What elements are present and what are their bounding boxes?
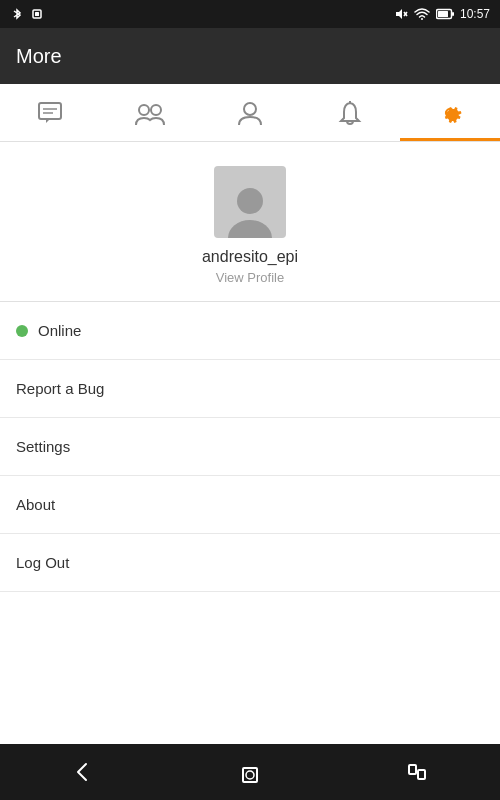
bell-icon bbox=[338, 99, 362, 127]
battery-icon bbox=[436, 8, 454, 20]
recents-icon bbox=[405, 760, 429, 784]
menu-item-report-bug[interactable]: Report a Bug bbox=[0, 360, 500, 418]
back-button[interactable] bbox=[53, 752, 113, 792]
avatar bbox=[214, 166, 286, 238]
bottom-nav bbox=[0, 744, 500, 800]
svg-point-14 bbox=[244, 103, 256, 115]
status-bar-right: 10:57 bbox=[394, 7, 490, 21]
svg-rect-7 bbox=[438, 11, 448, 17]
wifi-icon bbox=[414, 7, 430, 21]
status-bar-left bbox=[10, 7, 44, 21]
tab-groups[interactable] bbox=[100, 84, 200, 141]
groups-icon bbox=[134, 99, 166, 127]
svg-point-5 bbox=[421, 18, 423, 20]
svg-rect-20 bbox=[418, 770, 425, 779]
menu-item-settings[interactable]: Settings bbox=[0, 418, 500, 476]
svg-marker-2 bbox=[396, 9, 402, 19]
svg-point-12 bbox=[139, 105, 149, 115]
menu-label-logout: Log Out bbox=[16, 554, 69, 571]
tab-bar bbox=[0, 84, 500, 142]
svg-rect-9 bbox=[39, 103, 61, 119]
tab-notifications[interactable] bbox=[300, 84, 400, 141]
online-status-dot bbox=[16, 325, 28, 337]
recents-button[interactable] bbox=[387, 752, 447, 792]
profile-section: andresito_epi View Profile bbox=[0, 142, 500, 302]
tab-chat[interactable] bbox=[0, 84, 100, 141]
menu-item-logout[interactable]: Log Out bbox=[0, 534, 500, 592]
chat-icon bbox=[36, 99, 64, 127]
top-bar: More bbox=[0, 28, 500, 84]
svg-point-15 bbox=[237, 188, 263, 214]
menu-item-about[interactable]: About bbox=[0, 476, 500, 534]
status-bar: 10:57 bbox=[0, 0, 500, 28]
menu-label-report-bug: Report a Bug bbox=[16, 380, 104, 397]
svg-point-16 bbox=[228, 220, 272, 238]
tab-contacts[interactable] bbox=[200, 84, 300, 141]
username: andresito_epi bbox=[202, 248, 298, 266]
home-icon bbox=[238, 760, 262, 784]
svg-rect-1 bbox=[35, 12, 39, 16]
view-profile-link[interactable]: View Profile bbox=[216, 270, 284, 285]
home-button[interactable] bbox=[220, 752, 280, 792]
menu-label-about: About bbox=[16, 496, 55, 513]
nfc-icon bbox=[30, 7, 44, 21]
svg-rect-19 bbox=[409, 765, 416, 774]
settings-gear-icon bbox=[436, 99, 464, 127]
tab-settings[interactable] bbox=[400, 84, 500, 141]
menu-label-online: Online bbox=[38, 322, 81, 339]
back-icon bbox=[71, 760, 95, 784]
page-title: More bbox=[16, 45, 62, 68]
bluetooth-icon bbox=[10, 7, 24, 21]
mute-icon bbox=[394, 7, 408, 21]
svg-rect-17 bbox=[243, 768, 257, 782]
svg-point-18 bbox=[246, 771, 254, 779]
time-display: 10:57 bbox=[460, 7, 490, 21]
menu-label-settings: Settings bbox=[16, 438, 70, 455]
menu-list: Online Report a Bug Settings About Log O… bbox=[0, 302, 500, 744]
svg-rect-8 bbox=[452, 12, 454, 16]
svg-point-13 bbox=[151, 105, 161, 115]
avatar-silhouette bbox=[225, 183, 275, 238]
contacts-icon bbox=[237, 99, 263, 127]
menu-item-online[interactable]: Online bbox=[0, 302, 500, 360]
